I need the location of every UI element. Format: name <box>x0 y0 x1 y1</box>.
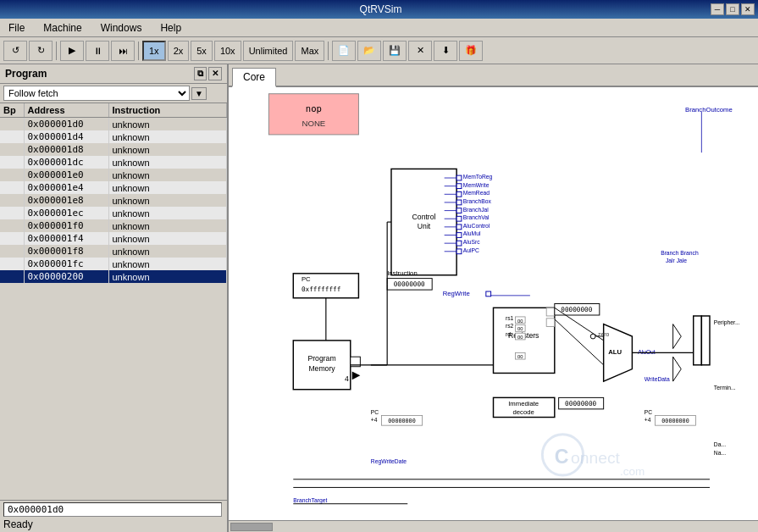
svg-text:AulPC: AulPC <box>463 247 479 253</box>
svg-text:Termin...: Termin... <box>714 385 736 391</box>
save-button[interactable]: 💾 <box>383 41 407 61</box>
cell-bp <box>0 207 24 219</box>
cell-instruction: unknown <box>108 130 227 143</box>
svg-marker-110 <box>673 324 682 349</box>
restart-button[interactable]: ↺ <box>3 41 27 61</box>
svg-text:RegWrite: RegWrite <box>443 290 470 297</box>
core-scrollbar[interactable] <box>229 520 758 532</box>
svg-text:decode: decode <box>513 408 534 416</box>
cell-bp <box>0 118 24 131</box>
maximize-button[interactable]: □ <box>726 3 739 15</box>
cell-address: 0x000001d8 <box>24 143 108 156</box>
cell-address: 0x00000200 <box>24 270 108 283</box>
menu-file[interactable]: File <box>3 20 30 36</box>
speed-1x-button[interactable]: 1x <box>142 41 166 61</box>
speed-max-button[interactable]: Max <box>295 41 324 61</box>
cell-address: 0x000001d4 <box>24 130 108 143</box>
svg-text:00000000: 00000000 <box>394 280 425 288</box>
cell-bp <box>0 169 24 181</box>
program-panel: Program ⧉ ✕ Follow fetch ▼ Bp Address In… <box>0 64 229 532</box>
svg-text:Program: Program <box>307 354 335 363</box>
table-row[interactable]: 0x000001e8unknown <box>0 194 227 207</box>
svg-text:nop: nop <box>306 103 322 114</box>
svg-text:C: C <box>555 446 569 468</box>
cell-address: 0x000001fc <box>24 258 108 270</box>
separator-2 <box>138 42 139 60</box>
follow-fetch-select[interactable]: Follow fetch <box>3 86 190 101</box>
speed-2x-button[interactable]: 2x <box>168 41 190 61</box>
download-button[interactable]: ⬇ <box>434 41 457 61</box>
svg-text:00: 00 <box>517 354 523 359</box>
program-table-body: 0x000001d0unknown0x000001d4unknown0x0000… <box>0 118 227 284</box>
menu-windows[interactable]: Windows <box>96 20 147 36</box>
cell-instruction: unknown <box>108 207 227 219</box>
program-restore-button[interactable]: ⧉ <box>194 67 207 80</box>
cell-address: 0x000001f4 <box>24 232 108 245</box>
table-row[interactable]: 0x000001d4unknown <box>0 130 227 143</box>
svg-point-113 <box>590 334 595 339</box>
svg-rect-0 <box>268 94 358 135</box>
svg-text:0xffffffff: 0xffffffff <box>302 285 340 293</box>
close-file-button[interactable]: ✕ <box>408 41 432 61</box>
cell-address: 0x000001ec <box>24 207 108 219</box>
table-row[interactable]: 0x000001f8unknown <box>0 245 227 258</box>
cell-address: 0x000001e4 <box>24 181 108 194</box>
play-button[interactable]: ▶ <box>60 41 84 61</box>
tab-core[interactable]: Core <box>232 68 276 87</box>
speed-5x-button[interactable]: 5x <box>191 41 213 61</box>
svg-marker-78 <box>352 372 361 380</box>
minimize-button[interactable]: ─ <box>711 3 724 15</box>
program-close-button[interactable]: ✕ <box>208 67 222 80</box>
menu-machine[interactable]: Machine <box>38 20 86 36</box>
svg-text:rd: rd <box>506 331 511 337</box>
table-row[interactable]: 0x000001f4unknown <box>0 232 227 245</box>
table-row[interactable]: 0x000001e0unknown <box>0 169 227 181</box>
col-address: Address <box>24 103 108 118</box>
cell-bp <box>0 130 24 143</box>
core-content[interactable]: nop NONE Control Unit MemToReg MemWrite … <box>229 87 758 520</box>
title-bar: QtRVSim ─ □ ✕ <box>0 0 758 19</box>
speed-10x-button[interactable]: 10x <box>214 41 241 61</box>
cell-instruction: unknown <box>108 169 227 181</box>
table-row[interactable]: 0x000001f0unknown <box>0 219 227 232</box>
core-panel: Core nop NONE Control Unit MemToReg MemW… <box>229 64 758 532</box>
open-button[interactable]: 📂 <box>357 41 381 61</box>
table-row[interactable]: 0x000001dcunknown <box>0 156 227 169</box>
reload-button[interactable]: ↻ <box>29 41 53 61</box>
svg-text:BranchTarget: BranchTarget <box>293 497 327 504</box>
svg-text:00: 00 <box>517 319 523 324</box>
menu-help[interactable]: Help <box>155 20 186 36</box>
svg-rect-81 <box>694 316 702 365</box>
program-table-container[interactable]: Bp Address Instruction 0x000001d0unknown… <box>0 103 227 500</box>
svg-marker-111 <box>673 357 682 381</box>
speed-unlimited-button[interactable]: Unlimited <box>243 41 294 61</box>
cell-instruction: unknown <box>108 219 227 232</box>
svg-text:MemToReg: MemToReg <box>463 174 493 180</box>
svg-text:onnect: onnect <box>571 449 620 467</box>
svg-text:+4: +4 <box>645 417 651 423</box>
svg-text:RegWriteDate: RegWriteDate <box>371 458 407 465</box>
horizontal-scrollbar-thumb[interactable] <box>230 523 273 531</box>
new-button[interactable]: 📄 <box>332 41 356 61</box>
close-button[interactable]: ✕ <box>741 3 755 15</box>
pause-button[interactable]: ⏸ <box>86 41 109 61</box>
table-row[interactable]: 0x000001d8unknown <box>0 143 227 156</box>
svg-text:00000000: 00000000 <box>388 418 415 424</box>
table-row[interactable]: 0x000001ecunknown <box>0 207 227 219</box>
cell-instruction: unknown <box>108 118 227 131</box>
cell-instruction: unknown <box>108 143 227 156</box>
table-row[interactable]: 0x000001e4unknown <box>0 181 227 194</box>
svg-text:MemWrite: MemWrite <box>463 182 490 188</box>
col-bp: Bp <box>0 103 24 118</box>
svg-text:Memory: Memory <box>308 364 335 373</box>
step-button[interactable]: ⏭ <box>111 41 135 61</box>
follow-scroll-button[interactable]: ▼ <box>191 87 207 100</box>
table-row[interactable]: 0x000001fcunknown <box>0 258 227 270</box>
table-row[interactable]: 0x00000200unknown <box>0 270 227 283</box>
cell-address: 0x000001f8 <box>24 245 108 258</box>
svg-rect-17 <box>456 184 462 189</box>
package-button[interactable]: 🎁 <box>459 41 483 61</box>
table-row[interactable]: 0x000001d0unknown <box>0 118 227 131</box>
cell-instruction: unknown <box>108 258 227 270</box>
cell-instruction: unknown <box>108 232 227 245</box>
